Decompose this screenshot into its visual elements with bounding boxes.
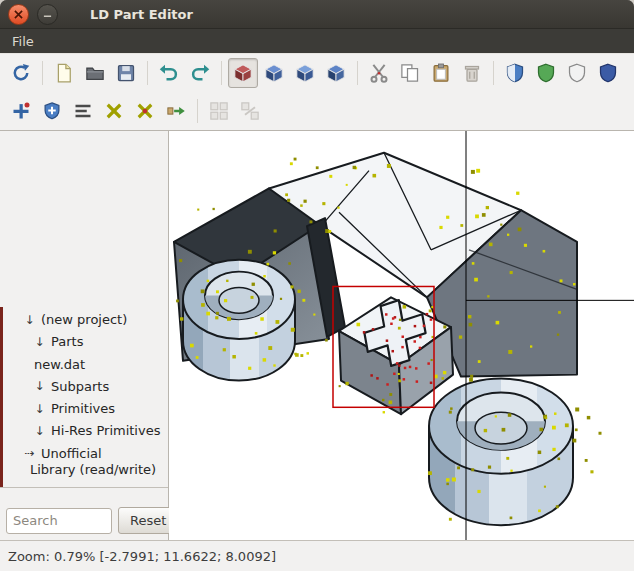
tree-item-unofficial-library[interactable]: ⇢Unofficial Library (read/write) bbox=[0, 443, 168, 482]
cut-scissors-icon bbox=[369, 63, 389, 83]
plus-icon bbox=[11, 101, 31, 121]
tree-expand-icon: ↓ bbox=[34, 379, 45, 394]
tree-item-label: Unofficial bbox=[41, 446, 102, 462]
tree-expand-icon: ↓ bbox=[34, 402, 45, 417]
cube-blue-icon bbox=[264, 63, 284, 83]
minimize-icon bbox=[43, 10, 52, 19]
viewport-3d[interactable] bbox=[169, 131, 634, 540]
lines-button[interactable] bbox=[68, 96, 98, 126]
search-row: Reset bbox=[0, 501, 168, 540]
toolbar-row-1 bbox=[0, 53, 634, 92]
tree-item-label: Hi-Res Primitives bbox=[51, 423, 160, 439]
copy-icon bbox=[400, 63, 420, 83]
tree-item-label: Parts bbox=[51, 334, 83, 350]
grid-right-button[interactable] bbox=[235, 96, 265, 126]
tree-expand-icon: ↓ bbox=[34, 335, 45, 350]
tree-item-new-project[interactable]: ↓(new project) bbox=[0, 309, 168, 331]
shield-green-button[interactable] bbox=[531, 58, 561, 88]
window-title: LD Part Editor bbox=[90, 7, 193, 22]
search-input[interactable] bbox=[6, 508, 112, 534]
toolbar-separator bbox=[147, 61, 148, 85]
shield-green-icon bbox=[536, 63, 556, 83]
tree-item-parts[interactable]: ↓Parts bbox=[0, 331, 168, 353]
new-file-icon bbox=[54, 63, 74, 83]
new-file-button[interactable] bbox=[49, 58, 79, 88]
tree-item-label: Primitives bbox=[51, 401, 115, 417]
tree-item-subparts[interactable]: ↓Subparts bbox=[0, 376, 168, 398]
shield-light-button[interactable] bbox=[562, 58, 592, 88]
viewport-canvas[interactable] bbox=[169, 131, 634, 540]
toolbar-separator bbox=[357, 61, 358, 85]
mode-cube-2-button[interactable] bbox=[259, 58, 289, 88]
grid-arrow-icon bbox=[240, 101, 260, 121]
add-vertex-button[interactable] bbox=[6, 96, 36, 126]
cube-red-icon bbox=[233, 63, 253, 83]
undo-icon bbox=[159, 63, 179, 83]
save-button[interactable] bbox=[111, 58, 141, 88]
main-area: ↓(new project) ↓Parts new.dat ↓Subparts … bbox=[0, 130, 634, 540]
redo-button[interactable] bbox=[185, 58, 215, 88]
arrow-green-button[interactable] bbox=[161, 96, 191, 126]
tree-item-label: (new project) bbox=[41, 312, 127, 328]
cross-yellow-dot-icon bbox=[135, 101, 155, 121]
shield-dark-button[interactable] bbox=[593, 58, 623, 88]
shield-dark-icon bbox=[598, 63, 618, 83]
redo-icon bbox=[190, 63, 210, 83]
arrow-right-icon bbox=[166, 101, 186, 121]
tree-item-primitives[interactable]: ↓Primitives bbox=[0, 398, 168, 420]
cross-yellow-icon bbox=[104, 101, 124, 121]
titlebar: LD Part Editor bbox=[0, 0, 634, 29]
menubar: File bbox=[0, 29, 634, 53]
tree-item-hires-primitives[interactable]: ↓Hi-Res Primitives bbox=[0, 420, 168, 442]
sync-icon bbox=[11, 63, 31, 83]
sidebar: ↓(new project) ↓Parts new.dat ↓Subparts … bbox=[0, 131, 169, 540]
menu-file[interactable]: File bbox=[4, 32, 42, 51]
save-icon bbox=[116, 63, 136, 83]
paste-clipboard-icon bbox=[431, 63, 451, 83]
statusbar: Zoom: 0.79% [-2.7991; 11.6622; 8.0092] bbox=[0, 540, 634, 571]
cross-yellow-dot-button[interactable] bbox=[130, 96, 160, 126]
shield-blue-icon bbox=[505, 63, 525, 83]
grid-icon bbox=[209, 101, 229, 121]
tree-expand-icon: ⇢ bbox=[24, 446, 35, 461]
shield-plus-icon bbox=[42, 101, 62, 121]
toolbar-separator bbox=[493, 61, 494, 85]
tree-item-label: new.dat bbox=[34, 357, 85, 373]
cube-blue-icon bbox=[326, 63, 346, 83]
delete-button[interactable] bbox=[457, 58, 487, 88]
toolbar-separator bbox=[221, 61, 222, 85]
project-tree: ↓(new project) ↓Parts new.dat ↓Subparts … bbox=[0, 307, 168, 488]
cross-yellow-button[interactable] bbox=[99, 96, 129, 126]
tree-expand-icon: ↓ bbox=[34, 424, 45, 439]
model-3d-part bbox=[174, 153, 577, 525]
undo-button[interactable] bbox=[154, 58, 184, 88]
cube-blue-icon bbox=[295, 63, 315, 83]
tree-item-new-dat[interactable]: new.dat bbox=[0, 354, 168, 376]
copy-button[interactable] bbox=[395, 58, 425, 88]
open-folder-icon bbox=[85, 63, 105, 83]
shield-blue-button[interactable] bbox=[500, 58, 530, 88]
mode-cube-3-button[interactable] bbox=[290, 58, 320, 88]
minimize-button[interactable] bbox=[37, 4, 58, 25]
tree-expand-icon: ↓ bbox=[24, 313, 35, 328]
sync-button[interactable] bbox=[6, 58, 36, 88]
app-window: LD Part Editor File bbox=[0, 0, 634, 571]
mode-cube-selected-button[interactable] bbox=[228, 58, 258, 88]
paste-button[interactable] bbox=[426, 58, 456, 88]
tree-item-label: Subparts bbox=[51, 379, 109, 395]
toolbar-separator bbox=[197, 99, 198, 123]
toolbar-row-2 bbox=[0, 92, 634, 130]
trash-icon bbox=[462, 63, 482, 83]
toolbar-separator bbox=[42, 61, 43, 85]
shield-light-icon bbox=[567, 63, 587, 83]
cut-button[interactable] bbox=[364, 58, 394, 88]
mode-cube-4-button[interactable] bbox=[321, 58, 351, 88]
shield-small-button[interactable] bbox=[37, 96, 67, 126]
tree-item-label-line2: Library (read/write) bbox=[24, 462, 164, 478]
grid-left-button[interactable] bbox=[204, 96, 234, 126]
zoom-status: Zoom: 0.79% [-2.7991; 11.6622; 8.0092] bbox=[8, 549, 276, 564]
lines-icon bbox=[73, 101, 93, 121]
close-icon bbox=[14, 10, 23, 19]
open-button[interactable] bbox=[80, 58, 110, 88]
close-button[interactable] bbox=[8, 4, 29, 25]
